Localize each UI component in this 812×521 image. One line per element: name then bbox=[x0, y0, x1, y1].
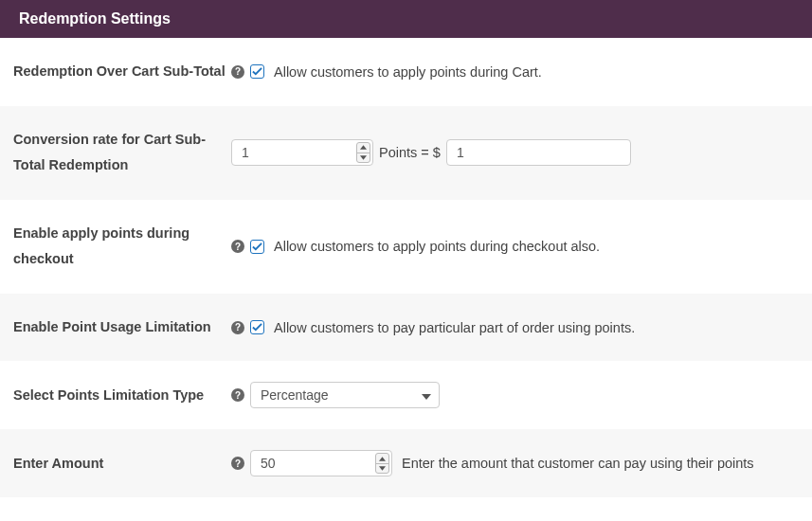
control-limitation-type: ? Percentage bbox=[231, 382, 440, 408]
help-icon[interactable]: ? bbox=[231, 65, 244, 79]
label-redemption-over: Redemption Over Cart Sub-Total bbox=[13, 59, 231, 85]
label-conversion-rate: Conversion rate for Cart Sub-Total Redem… bbox=[13, 127, 231, 179]
row-enable-limitation: Enable Point Usage Limitation ? Allow cu… bbox=[0, 294, 812, 362]
input-points-value: 1 bbox=[242, 145, 249, 160]
desc-enter-amount: Enter the amount that customer can pay u… bbox=[402, 456, 754, 471]
desc-redemption-over: Allow customers to apply points during C… bbox=[274, 64, 542, 80]
control-redemption-over: ? Allow customers to apply points during… bbox=[231, 64, 542, 80]
select-limitation-type[interactable]: Percentage bbox=[250, 382, 440, 408]
spinner-down-icon[interactable] bbox=[376, 464, 388, 474]
desc-enable-limitation: Allow customers to pay particular part o… bbox=[274, 320, 635, 335]
control-enter-amount: ? 50 Enter the amount that customer can … bbox=[231, 450, 754, 476]
help-icon[interactable]: ? bbox=[231, 321, 244, 334]
label-enter-amount: Enter Amount bbox=[13, 451, 231, 477]
help-icon[interactable]: ? bbox=[231, 388, 244, 402]
label-enable-limitation: Enable Point Usage Limitation bbox=[13, 314, 231, 341]
input-currency[interactable]: 1 bbox=[446, 139, 631, 166]
input-amount-value: 50 bbox=[261, 456, 276, 471]
input-points[interactable]: 1 bbox=[231, 139, 373, 166]
row-enter-amount: Enter Amount ? 50 Enter the amount that … bbox=[0, 429, 812, 497]
label-enable-checkout: Enable apply points during checkout bbox=[13, 221, 231, 273]
spinner-amount bbox=[375, 453, 389, 474]
control-enable-checkout: ? Allow customers to apply points during… bbox=[231, 239, 600, 254]
panel-redemption-settings: Redemption Settings Redemption Over Cart… bbox=[0, 0, 812, 497]
spinner-up-icon[interactable] bbox=[376, 454, 388, 464]
conversion-mid-text: Points = $ bbox=[379, 145, 441, 160]
chevron-down-icon bbox=[422, 387, 431, 403]
panel-title: Redemption Settings bbox=[19, 10, 171, 27]
input-amount[interactable]: 50 bbox=[250, 450, 392, 476]
control-conversion-rate: 1 Points = $ 1 bbox=[231, 139, 631, 166]
help-icon[interactable]: ? bbox=[231, 240, 244, 253]
panel-header: Redemption Settings bbox=[0, 0, 812, 38]
row-enable-checkout: Enable apply points during checkout ? Al… bbox=[0, 200, 812, 294]
row-limitation-type: Select Points Limitation Type ? Percenta… bbox=[0, 361, 812, 429]
checkbox-enable-checkout[interactable] bbox=[250, 240, 264, 254]
spinner-down-icon[interactable] bbox=[357, 153, 370, 163]
select-limitation-type-value: Percentage bbox=[261, 387, 329, 403]
row-redemption-over: Redemption Over Cart Sub-Total ? Allow c… bbox=[0, 38, 812, 106]
checkbox-enable-limitation[interactable] bbox=[250, 320, 264, 334]
control-enable-limitation: ? Allow customers to pay particular part… bbox=[231, 320, 635, 335]
desc-enable-checkout: Allow customers to apply points during c… bbox=[274, 239, 600, 254]
input-currency-value: 1 bbox=[457, 145, 464, 160]
row-conversion-rate: Conversion rate for Cart Sub-Total Redem… bbox=[0, 106, 812, 200]
spinner-up-icon[interactable] bbox=[357, 143, 370, 153]
spinner-points bbox=[356, 142, 370, 163]
label-limitation-type: Select Points Limitation Type bbox=[13, 383, 231, 409]
help-icon[interactable]: ? bbox=[231, 457, 244, 470]
checkbox-redemption-over[interactable] bbox=[250, 64, 264, 79]
